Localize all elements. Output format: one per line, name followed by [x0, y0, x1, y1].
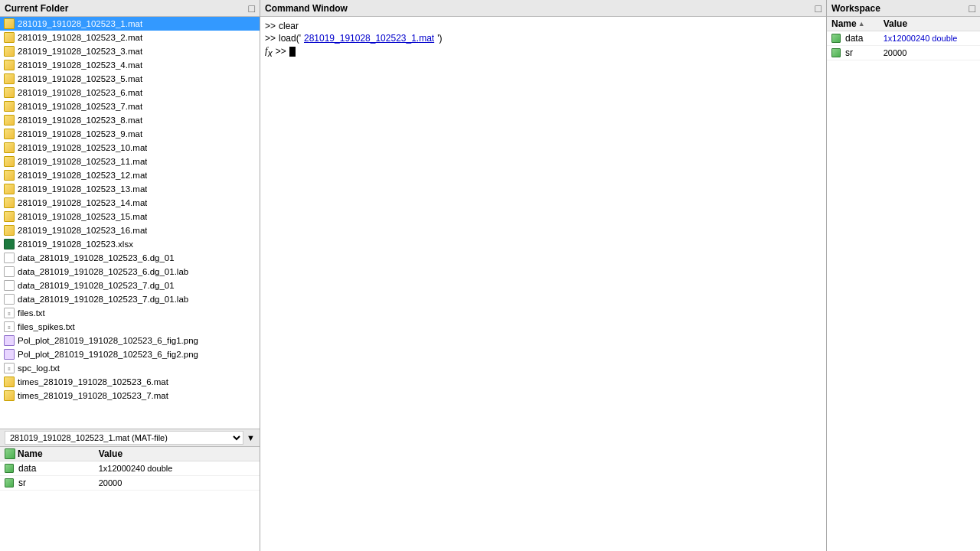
command-window-panel: Command Window □ >> clear >> load('28101… [260, 0, 827, 551]
file-name: times_281019_191028_102523_7.mat [18, 391, 168, 400]
xlsx-icon [3, 238, 15, 250]
detail-name-icon [5, 448, 15, 459]
ws-col-value[interactable]: Value [879, 17, 980, 31]
detail-row[interactable]: data 1x12000240 double [0, 461, 260, 476]
detail-row[interactable]: sr 20000 [0, 476, 260, 491]
file-item[interactable]: Pol_plot_281019_191028_102523_6_fig2.png [0, 347, 260, 361]
command-window-close-button[interactable]: □ [815, 3, 822, 14]
file-name: data_281019_191028_102523_7.dg_01.lab [18, 295, 188, 304]
mat-icon [3, 31, 15, 44]
workspace-header: Workspace □ [827, 0, 980, 17]
file-name: 281019_191028_102523_15.mat [18, 212, 147, 221]
cmd-text-clear: clear [279, 21, 299, 31]
file-item[interactable]: 281019_191028_102523_1.mat [0, 17, 260, 31]
file-item[interactable]: ≡files_spikes.txt [0, 320, 260, 334]
file-item[interactable]: ≡spc_log.txt [0, 361, 260, 375]
file-item[interactable]: 281019_191028_102523_7.mat [0, 99, 260, 113]
command-window-header: Command Window □ [260, 0, 826, 17]
file-item[interactable]: 281019_191028_102523_4.mat [0, 58, 260, 72]
workspace-close-button[interactable]: □ [969, 3, 975, 14]
file-item[interactable]: 281019_191028_102523.xlsx [0, 237, 260, 251]
file-item[interactable]: Pol_plot_281019_191028_102523_6_fig1.png [0, 334, 260, 347]
detail-row-value: 20000 [94, 476, 260, 491]
file-item[interactable]: 281019_191028_102523_13.mat [0, 182, 260, 196]
file-item[interactable]: data_281019_191028_102523_7.dg_01.lab [0, 292, 260, 306]
file-item[interactable]: 281019_191028_102523_8.mat [0, 113, 260, 127]
command-window-body[interactable]: >> clear >> load('281019_191028_102523_1… [260, 17, 826, 551]
ws-name-sort-arrow: ▲ [858, 20, 865, 28]
file-item[interactable]: 281019_191028_102523_10.mat [0, 141, 260, 155]
current-folder-panel: Current Folder □ 281019_191028_102523_1.… [0, 0, 260, 551]
file-name: 281019_191028_102523_9.mat [18, 129, 142, 139]
file-item[interactable]: 281019_191028_102523_6.mat [0, 86, 260, 99]
file-name: 281019_191028_102523_4.mat [18, 60, 142, 70]
file-name: spc_log.txt [18, 364, 60, 373]
main-layout: Current Folder □ 281019_191028_102523_1.… [0, 0, 980, 551]
current-folder-close-button[interactable]: □ [249, 3, 255, 14]
file-detail-header: 281019_191028_102523_1.mat (MAT-file) ▼ [0, 429, 260, 447]
ws-row-value: 1x12000240 double [879, 31, 980, 46]
file-item[interactable]: 281019_191028_102523_9.mat [0, 127, 260, 141]
file-item[interactable]: 281019_191028_102523_16.mat [0, 223, 260, 237]
file-item[interactable]: 281019_191028_102523_12.mat [0, 168, 260, 182]
detail-row-name: sr [0, 476, 94, 491]
file-name: 281019_191028_102523_8.mat [18, 116, 142, 125]
file-item[interactable]: 281019_191028_102523_5.mat [0, 72, 260, 86]
current-folder-header: Current Folder □ [0, 0, 260, 17]
cmd-line-clear: >> clear [265, 20, 822, 32]
ws-row-name: sr [827, 46, 879, 60]
command-window-title: Command Window [265, 3, 348, 14]
cmd-link-filename[interactable]: 281019_191028_102523_1.mat [304, 33, 434, 44]
file-item[interactable]: data_281019_191028_102523_7.dg_01 [0, 279, 260, 292]
mat-icon [3, 183, 15, 195]
file-item[interactable]: times_281019_191028_102523_6.mat [0, 375, 260, 389]
cmd-line-prompt: fx >> [265, 44, 822, 59]
file-item[interactable]: 281019_191028_102523_3.mat [0, 44, 260, 58]
cmd-fx-icon: fx [265, 44, 273, 59]
detail-row-value: 1x12000240 double [94, 461, 260, 476]
dg-icon [3, 279, 15, 292]
file-item[interactable]: times_281019_191028_102523_7.mat [0, 389, 260, 403]
file-name: 281019_191028_102523_11.mat [18, 157, 147, 166]
mat-icon [3, 100, 15, 112]
file-item[interactable]: 281019_191028_102523_2.mat [0, 31, 260, 44]
cmd-line-load: >> load('281019_191028_102523_1.mat') [265, 32, 822, 44]
workspace-row[interactable]: sr 20000 [827, 46, 980, 60]
mat-icon [3, 224, 15, 236]
cmd-prompt-2: >> [265, 33, 276, 44]
cmd-cursor [289, 47, 296, 57]
file-name: times_281019_191028_102523_6.mat [18, 377, 168, 386]
txt-icon: ≡ [3, 321, 15, 333]
file-item[interactable]: data_281019_191028_102523_6.dg_01.lab [0, 265, 260, 279]
txt-icon: ≡ [3, 307, 15, 319]
lab-icon [3, 266, 15, 278]
file-detail-selector[interactable]: 281019_191028_102523_1.mat (MAT-file) [5, 431, 243, 445]
file-item[interactable]: 281019_191028_102523_15.mat [0, 210, 260, 223]
cmd-text-load-suffix: ') [437, 33, 442, 44]
file-name: files.txt [18, 308, 45, 318]
mat-icon [3, 390, 15, 402]
file-name: 281019_191028_102523_6.mat [18, 88, 142, 97]
file-item[interactable]: data_281019_191028_102523_6.dg_01 [0, 251, 260, 265]
detail-col-name: Name [0, 447, 94, 461]
mat-icon [3, 169, 15, 181]
file-name: 281019_191028_102523_2.mat [18, 33, 142, 42]
file-name: 281019_191028_102523_7.mat [18, 102, 142, 111]
ws-col-name[interactable]: Name ▲ [827, 17, 879, 31]
file-item[interactable]: ≡files.txt [0, 306, 260, 320]
workspace-title: Workspace [831, 3, 880, 14]
ws-row-icon [831, 34, 841, 43]
workspace-row[interactable]: data 1x12000240 double [827, 31, 980, 46]
file-item[interactable]: 281019_191028_102523_11.mat [0, 155, 260, 168]
file-name: 281019_191028_102523_12.mat [18, 171, 147, 180]
mat-icon [3, 376, 15, 388]
mat-icon [3, 18, 15, 30]
file-name: files_spikes.txt [18, 322, 75, 331]
workspace-table: Name ▲ Value data 1x12000240 double [827, 17, 980, 60]
file-name: 281019_191028_102523.xlsx [18, 240, 133, 249]
file-item[interactable]: 281019_191028_102523_14.mat [0, 196, 260, 210]
cmd-prompt-1: >> [265, 21, 276, 31]
file-name: Pol_plot_281019_191028_102523_6_fig2.png [18, 350, 198, 359]
detail-row-icon [5, 478, 14, 487]
mat-icon [3, 155, 15, 168]
